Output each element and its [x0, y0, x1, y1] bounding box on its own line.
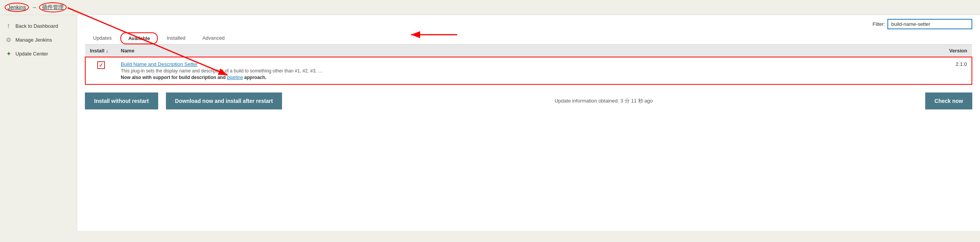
main-layout: ↑ Back to Dashboard ⚙ Manage Jenkins ✦ U…: [0, 15, 980, 231]
tab-advanced[interactable]: Advanced: [194, 32, 233, 44]
gear-icon: ⚙: [5, 36, 12, 44]
plugin-checkbox[interactable]: [97, 61, 105, 69]
pipeline-link[interactable]: pipeline: [227, 75, 243, 80]
breadcrumb-bar: Jenkins → 插件管理: [0, 0, 980, 15]
sidebar: ↑ Back to Dashboard ⚙ Manage Jenkins ✦ U…: [0, 15, 77, 231]
col-header-install: Install ↓: [85, 45, 116, 57]
table-row: Build Name and Description Setter This p…: [85, 57, 972, 84]
sidebar-item-manage-jenkins[interactable]: ⚙ Manage Jenkins: [0, 33, 77, 47]
tab-installed[interactable]: Installed: [159, 32, 193, 44]
download-install-button[interactable]: Download now and install after restart: [166, 92, 282, 109]
plugin-table: Install ↓ Name Version Build Name and: [85, 45, 972, 85]
install-no-restart-button[interactable]: Install without restart: [85, 92, 158, 109]
puzzle-icon: ✦: [5, 50, 12, 57]
plugin-description: This plug-in sets the display name and d…: [121, 68, 323, 74]
update-info: Update information obtained: 3 分 11 秒 ag…: [290, 97, 917, 104]
tab-available[interactable]: Available: [120, 32, 158, 44]
col-header-name: Name: [116, 45, 933, 57]
plugin-description-bold: Now also with support for build descript…: [121, 75, 227, 80]
content-area: Filter: Updates Available Installed Adva…: [77, 15, 980, 231]
sidebar-label-back-dashboard: Back to Dashboard: [15, 23, 58, 29]
arrow-up-icon: ↑: [5, 22, 12, 30]
tabs: Updates Available Installed Advanced: [85, 32, 972, 45]
filter-bar: Filter:: [85, 15, 972, 32]
breadcrumb-jenkins[interactable]: Jenkins: [5, 3, 29, 12]
action-bar: Install without restart Download now and…: [85, 85, 972, 113]
breadcrumb-plugin-manager[interactable]: 插件管理: [39, 2, 67, 12]
plugin-info-cell: Build Name and Description Setter This p…: [116, 57, 933, 84]
install-checkbox-cell[interactable]: [85, 57, 116, 84]
col-header-version: Version: [933, 45, 972, 57]
plugin-name-link[interactable]: Build Name and Description Setter: [121, 61, 198, 67]
breadcrumb-separator: →: [31, 4, 37, 10]
tab-updates[interactable]: Updates: [85, 32, 120, 44]
check-now-button[interactable]: Check now: [925, 92, 972, 109]
filter-label: Filter:: [873, 21, 885, 27]
sidebar-label-manage-jenkins: Manage Jenkins: [15, 37, 52, 43]
sidebar-label-update-center: Update Center: [15, 51, 48, 57]
sidebar-item-update-center[interactable]: ✦ Update Center: [0, 47, 77, 61]
filter-input[interactable]: [887, 19, 972, 29]
page-wrapper: Jenkins → 插件管理 ↑ Back to Dashboard: [0, 0, 980, 231]
plugin-version-cell: 2.1.0: [933, 57, 972, 84]
sidebar-item-back-dashboard[interactable]: ↑ Back to Dashboard: [0, 19, 77, 33]
plugin-description-suffix: approach.: [243, 75, 267, 80]
